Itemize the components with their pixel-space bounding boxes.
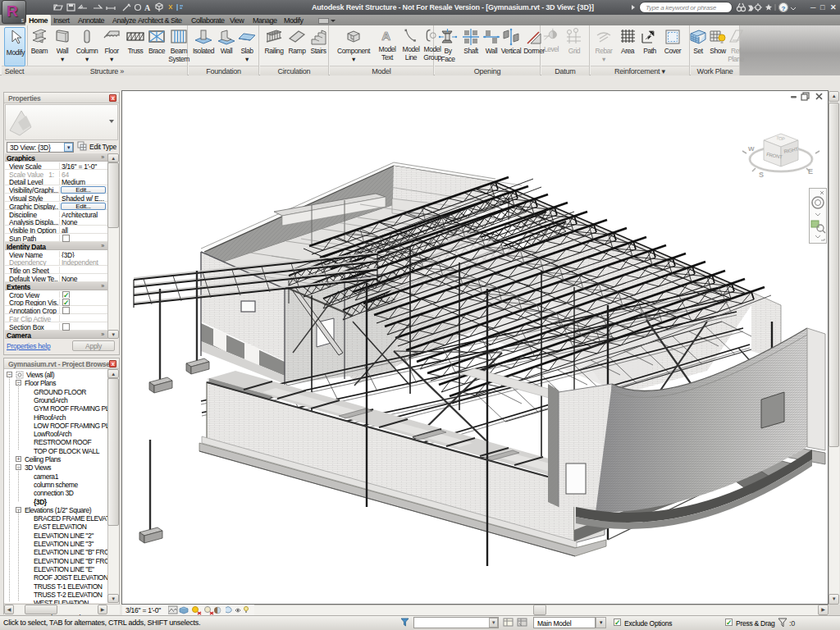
svg-text:W: W bbox=[748, 145, 755, 153]
svg-text:A: A bbox=[381, 29, 390, 43]
svg-text:A: A bbox=[144, 3, 151, 12]
svg-text::0: :0 bbox=[789, 619, 795, 628]
svg-text:S: S bbox=[759, 171, 764, 179]
svg-text:?: ? bbox=[782, 5, 786, 12]
svg-text:E: E bbox=[808, 167, 813, 176]
